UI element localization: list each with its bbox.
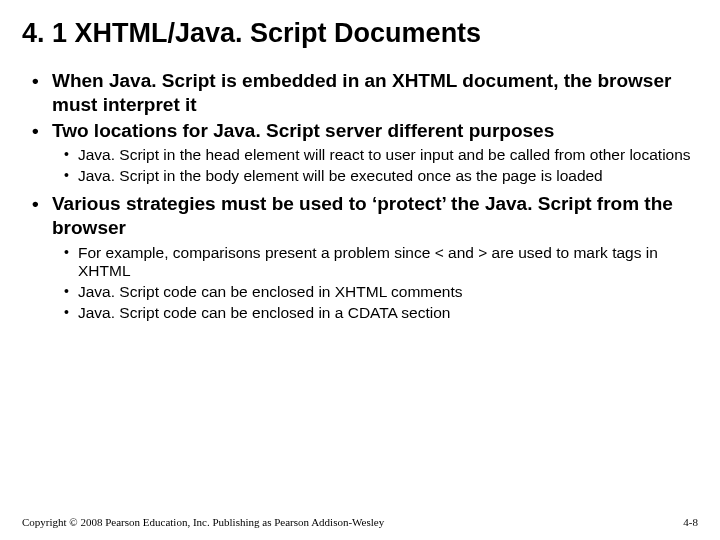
bullet-item: When Java. Script is embedded in an XHTM… xyxy=(22,69,698,117)
sub-bullet-item: For example, comparisons present a probl… xyxy=(52,244,698,282)
sub-bullet-item: Java. Script code can be enclosed in XHT… xyxy=(52,283,698,302)
bullet-list: When Java. Script is embedded in an XHTM… xyxy=(22,69,698,323)
slide-footer: Copyright © 2008 Pearson Education, Inc.… xyxy=(22,516,698,528)
bullet-text: Two locations for Java. Script server di… xyxy=(52,120,554,141)
bullet-item: Two locations for Java. Script server di… xyxy=(22,119,698,187)
copyright-text: Copyright © 2008 Pearson Education, Inc.… xyxy=(22,516,384,528)
bullet-item: Various strategies must be used to ‘prot… xyxy=(22,192,698,323)
sub-bullet-list: Java. Script in the head element will re… xyxy=(52,146,698,186)
sub-bullet-item: Java. Script code can be enclosed in a C… xyxy=(52,304,698,323)
sub-bullet-item: Java. Script in the body element will be… xyxy=(52,167,698,186)
slide-title: 4. 1 XHTML/Java. Script Documents xyxy=(22,18,698,49)
bullet-text: Various strategies must be used to ‘prot… xyxy=(52,193,673,238)
sub-bullet-list: For example, comparisons present a probl… xyxy=(52,244,698,324)
page-number: 4-8 xyxy=(683,516,698,528)
sub-bullet-item: Java. Script in the head element will re… xyxy=(52,146,698,165)
